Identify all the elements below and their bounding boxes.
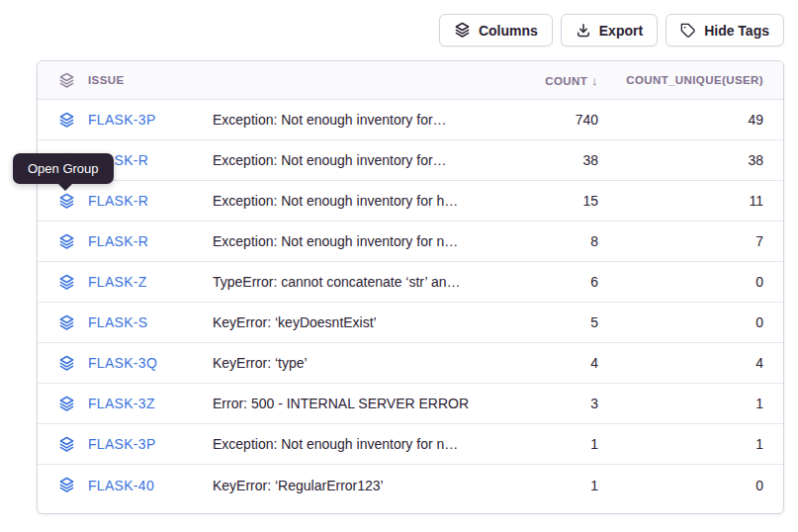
download-icon bbox=[576, 23, 591, 39]
count-value: 1 bbox=[480, 436, 598, 452]
issue-title: Exception: Not enough inventory for n… bbox=[213, 436, 480, 452]
page: Columns Export Hide Tags bbox=[0, 0, 798, 532]
table-header-row: ISSUE COUNT↓ COUNT_UNIQUE(USER) bbox=[38, 61, 783, 100]
issue-cell: FLASK-40 bbox=[38, 477, 213, 493]
tooltip-label: Open Group bbox=[28, 161, 99, 176]
count-value: 3 bbox=[480, 396, 598, 411]
count-value: 15 bbox=[480, 193, 598, 209]
count-value: 6 bbox=[480, 274, 598, 290]
issue-cell: FLASK-3Q bbox=[38, 355, 213, 372]
count-unique-value: 4 bbox=[598, 355, 783, 371]
issue-title: KeyError: ‘keyDoesntExist’ bbox=[213, 314, 480, 330]
export-button-label: Export bbox=[599, 23, 643, 39]
header-count-label: COUNT bbox=[545, 75, 587, 87]
issue-cell: FLASK-R bbox=[38, 193, 213, 210]
issue-title: Error: 500 - INTERNAL SERVER ERROR bbox=[213, 396, 480, 411]
issue-cell: FLASK-S bbox=[38, 314, 213, 331]
open-group-icon[interactable] bbox=[58, 396, 75, 412]
count-unique-value: 38 bbox=[598, 152, 783, 168]
tooltip: Open Group bbox=[13, 153, 114, 184]
open-group-icon[interactable] bbox=[58, 233, 75, 250]
table-row: FLASK-S KeyError: ‘keyDoesntExist’ 5 0 bbox=[38, 303, 783, 343]
count-unique-value: 0 bbox=[598, 314, 783, 330]
hide-tags-button[interactable]: Hide Tags bbox=[665, 14, 784, 46]
issue-title: KeyError: ‘type’ bbox=[213, 355, 480, 371]
issue-cell: FLASK-Z bbox=[38, 274, 213, 291]
count-unique-value: 0 bbox=[598, 274, 783, 290]
open-group-icon[interactable] bbox=[58, 314, 75, 331]
count-unique-value: 0 bbox=[598, 478, 783, 493]
columns-button-label: Columns bbox=[479, 23, 538, 39]
issue-title: Exception: Not enough inventory for… bbox=[213, 112, 480, 128]
table-row: FLASK-3Q KeyError: ‘type’ 4 4 bbox=[38, 343, 783, 384]
count-unique-value: 7 bbox=[598, 233, 783, 249]
count-unique-value: 11 bbox=[598, 193, 783, 209]
issue-title: Exception: Not enough inventory for… bbox=[213, 152, 480, 168]
header-issue-label: ISSUE bbox=[88, 74, 125, 86]
hide-tags-button-label: Hide Tags bbox=[704, 23, 769, 39]
count-value: 740 bbox=[480, 112, 598, 128]
issue-link[interactable]: FLASK-3P bbox=[88, 112, 156, 128]
results-table: ISSUE COUNT↓ COUNT_UNIQUE(USER) FLASK-3P… bbox=[37, 60, 784, 514]
issue-link[interactable]: FLASK-3P bbox=[88, 436, 156, 452]
count-value: 4 bbox=[480, 355, 598, 371]
table-row: FLASK-Z TypeError: cannot concatenate ‘s… bbox=[38, 262, 783, 303]
count-unique-value: 1 bbox=[598, 396, 783, 411]
issue-title: Exception: Not enough inventory for h… bbox=[213, 193, 480, 209]
columns-button[interactable]: Columns bbox=[439, 14, 553, 46]
table-row: FLASK-40 KeyError: ‘RegularError123’ 1 0 bbox=[38, 465, 783, 505]
issue-link[interactable]: FLASK-Z bbox=[88, 274, 147, 290]
issue-cell: FLASK-R bbox=[38, 233, 213, 250]
open-group-icon[interactable] bbox=[58, 436, 75, 453]
table-row: FLASK-3P Exception: Not enough inventory… bbox=[38, 424, 783, 465]
open-group-icon[interactable] bbox=[58, 193, 75, 210]
open-group-icon[interactable] bbox=[58, 355, 75, 372]
issue-link[interactable]: FLASK-R bbox=[88, 233, 148, 249]
issue-link[interactable]: FLASK-R bbox=[88, 193, 148, 209]
header-issue[interactable]: ISSUE bbox=[38, 72, 213, 89]
header-count-unique-label: COUNT_UNIQUE(USER) bbox=[626, 74, 763, 86]
count-value: 1 bbox=[480, 478, 598, 493]
issue-title: KeyError: ‘RegularError123’ bbox=[213, 478, 480, 493]
sort-desc-icon: ↓ bbox=[591, 73, 598, 88]
table-body: FLASK-3P Exception: Not enough inventory… bbox=[38, 100, 783, 505]
stack-icon bbox=[58, 72, 75, 89]
issue-cell: FLASK-3P bbox=[38, 436, 213, 453]
table-row: FLASK-R Exception: Not enough inventory … bbox=[38, 181, 783, 222]
issue-link[interactable]: FLASK-3Q bbox=[88, 355, 157, 371]
issue-cell: FLASK-3Z bbox=[38, 396, 213, 412]
count-value: 8 bbox=[480, 233, 598, 249]
header-count[interactable]: COUNT↓ bbox=[480, 73, 598, 88]
export-button[interactable]: Export bbox=[561, 14, 658, 46]
issue-link[interactable]: FLASK-3Z bbox=[88, 396, 155, 411]
table-row: FLASK-R Exception: Not enough inventory … bbox=[38, 140, 783, 181]
toolbar: Columns Export Hide Tags bbox=[439, 14, 784, 46]
issue-title: TypeError: cannot concatenate ‘str’ an… bbox=[213, 274, 480, 290]
stack-icon bbox=[454, 22, 471, 39]
issue-link[interactable]: FLASK-S bbox=[88, 314, 147, 330]
count-value: 5 bbox=[480, 314, 598, 330]
header-count-unique[interactable]: COUNT_UNIQUE(USER) bbox=[598, 74, 783, 86]
issue-title: Exception: Not enough inventory for n… bbox=[213, 233, 480, 249]
count-value: 38 bbox=[480, 152, 598, 168]
table-row: FLASK-R Exception: Not enough inventory … bbox=[38, 222, 783, 262]
open-group-icon[interactable] bbox=[58, 274, 75, 291]
tag-icon bbox=[680, 23, 696, 39]
table-row: FLASK-3Z Error: 500 - INTERNAL SERVER ER… bbox=[38, 384, 783, 424]
open-group-icon[interactable] bbox=[58, 477, 75, 493]
count-unique-value: 1 bbox=[598, 436, 783, 452]
tooltip-arrow-icon bbox=[58, 184, 72, 191]
open-group-icon[interactable] bbox=[58, 112, 75, 129]
count-unique-value: 49 bbox=[598, 112, 783, 128]
issue-link[interactable]: FLASK-40 bbox=[88, 478, 154, 493]
issue-cell: FLASK-3P bbox=[38, 112, 213, 129]
table-row: FLASK-3P Exception: Not enough inventory… bbox=[38, 100, 783, 140]
